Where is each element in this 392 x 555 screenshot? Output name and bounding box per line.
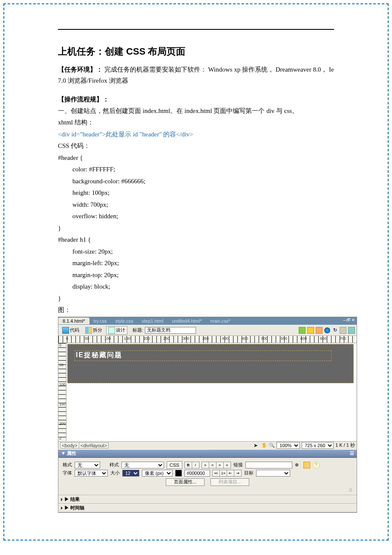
- xhtml-code: <div id="header">此处显示 id "header" 的容</di…: [58, 129, 334, 140]
- step1: 一、创建站点，然后创建页面 index.html。在 index.html 页面…: [58, 106, 334, 117]
- align-left-button[interactable]: ≡: [202, 462, 209, 468]
- list-item-button[interactable]: 列表项目...: [210, 478, 249, 486]
- zoom-select[interactable]: 100%: [277, 442, 300, 449]
- file-manage-icon[interactable]: [316, 327, 323, 334]
- vertical-ruler: 0 50 100 150 200 2: [58, 343, 66, 441]
- css-line-0: #header {: [58, 153, 334, 164]
- format-select[interactable]: 无: [75, 462, 100, 468]
- horizontal-ruler: 0 50 100 150 200 250 300 350 400 450 500…: [58, 336, 357, 343]
- design-canvas[interactable]: IE捉秘藏问题: [66, 343, 357, 441]
- preview-icon[interactable]: [324, 327, 330, 333]
- pointer-tool-icon[interactable]: ➤: [254, 442, 259, 448]
- doc-content: 上机任务：创建 CSS 布局页面 【任务环境】： 完成任务的机器需要安装如下软件…: [58, 29, 334, 513]
- css-button[interactable]: CSS: [167, 461, 182, 469]
- css-line-10: margin-left: 20px;: [58, 258, 334, 269]
- font-select[interactable]: 默认字体: [75, 470, 108, 477]
- validate-icon[interactable]: [299, 327, 306, 334]
- collapse-icon[interactable]: △: [63, 487, 352, 491]
- panel-menu-icon[interactable]: ☰: [350, 451, 354, 456]
- page-title: 上机任务：创建 CSS 布局页面: [58, 45, 334, 58]
- indent-button[interactable]: ⇥: [234, 470, 242, 477]
- align-justify-button[interactable]: ≡: [223, 462, 231, 468]
- chevron-right-icon: [61, 506, 63, 510]
- minimize-icon[interactable]: –: [343, 318, 346, 322]
- pagesize-text: 1 K / 1 秒: [335, 442, 355, 448]
- header-h1-preview[interactable]: IE捉秘藏问题: [75, 350, 331, 361]
- restore-icon[interactable]: 🗗: [346, 318, 351, 322]
- format-label: 格式: [63, 462, 72, 468]
- css-line-8: #header h1 {: [58, 234, 334, 246]
- css-line-13: }: [58, 293, 334, 304]
- ol-button[interactable]: 1≡: [219, 470, 227, 477]
- ul-button[interactable]: ▪≡: [212, 470, 220, 477]
- tab-4[interactable]: untitled4.html*: [168, 318, 206, 324]
- properties-panel-header[interactable]: ▼ 属性 ☰: [58, 449, 357, 458]
- css-line-4: width: 700px;: [58, 199, 334, 211]
- tag-body[interactable]: <body>: [60, 442, 79, 448]
- color-input[interactable]: [184, 470, 210, 477]
- tab-bar: 8.1.4.html* try.css style.css step1.html…: [58, 317, 357, 325]
- properties-panel-body: 格式 无 样式 无 CSS B I ≡ ≡ ≡ ≡: [58, 458, 357, 495]
- tab-1[interactable]: try.css: [89, 318, 111, 324]
- help-icon[interactable]: ?: [313, 462, 320, 468]
- split-icon: [85, 327, 92, 334]
- css-label: CSS 代码：: [58, 141, 334, 152]
- code-view-button[interactable]: 代码: [60, 326, 81, 335]
- status-right: ➤ ✋ 🔍 100% 725 x 260 1 K / 1 秒: [254, 442, 355, 449]
- window-controls: – 🗗 ✕: [343, 318, 355, 322]
- css-line-6: }: [58, 223, 334, 234]
- timeline-panel-header[interactable]: ▶ 时间轴: [58, 504, 357, 512]
- top-rule: [58, 29, 334, 30]
- chevron-right-icon: [61, 498, 63, 501]
- header-div-preview[interactable]: IE捉秘藏问题: [67, 344, 354, 383]
- bold-button[interactable]: B: [184, 462, 192, 468]
- tag-selector: <body><div#layout>: [60, 443, 108, 448]
- link-input[interactable]: [245, 462, 292, 468]
- browser-check-icon[interactable]: [307, 327, 314, 334]
- title-input[interactable]: [145, 327, 196, 334]
- css-line-11: margin-top: 20px;: [58, 270, 334, 281]
- outdent-button[interactable]: ⇤: [227, 470, 234, 477]
- results-panel-header[interactable]: ▶ 结果: [58, 495, 357, 504]
- zoom-tool-icon[interactable]: 🔍: [269, 442, 275, 448]
- browse-folder-icon[interactable]: [303, 462, 310, 468]
- css-line-2: background-color: #666666;: [58, 176, 334, 187]
- close-icon[interactable]: ✕: [352, 318, 355, 322]
- css-line-1: color: #FFFFFF;: [58, 164, 334, 175]
- size-select[interactable]: 12: [122, 470, 139, 477]
- align-right-button[interactable]: ≡: [216, 462, 224, 468]
- refresh-icon[interactable]: ↻: [332, 327, 338, 333]
- page-properties-button[interactable]: 页面属性...: [166, 478, 205, 486]
- design-icon: [108, 327, 115, 334]
- size-label: 大小: [110, 470, 120, 476]
- point-to-file-icon[interactable]: ⊕: [295, 462, 301, 468]
- align-center-button[interactable]: ≡: [209, 462, 216, 468]
- tab-2[interactable]: style.css: [111, 318, 138, 324]
- hand-tool-icon[interactable]: ✋: [261, 442, 267, 448]
- css-line-12: display: block;: [58, 281, 334, 292]
- target-label: 目标: [244, 470, 254, 476]
- canvas-row: 0 50 100 150 200 2 IE捉秘藏问题: [58, 343, 357, 441]
- title-label: 标题:: [133, 327, 143, 333]
- style-select[interactable]: 无: [121, 462, 164, 468]
- split-view-button[interactable]: 拆分: [83, 326, 104, 335]
- design-view-button[interactable]: 设计: [106, 326, 127, 335]
- font-label: 字体: [63, 470, 72, 476]
- unit-select[interactable]: 像素 (px): [142, 470, 173, 477]
- target-select[interactable]: [256, 470, 290, 477]
- visual-aids-icon[interactable]: [348, 327, 355, 334]
- tag-div-layout[interactable]: <div#layout>: [79, 442, 109, 448]
- status-bar: <body><div#layout> ➤ ✋ 🔍 100% 725 x 260 …: [58, 441, 357, 449]
- windowsize-select[interactable]: 725 x 260: [302, 442, 334, 449]
- tab-3[interactable]: step1.html: [138, 318, 168, 324]
- css-line-5: overflow: hidden;: [58, 211, 334, 222]
- flow-label: 【操作流程规】：: [58, 94, 334, 105]
- tab-5[interactable]: main.css*: [206, 318, 235, 324]
- env-label: 【任务环境】：: [58, 66, 103, 73]
- tab-active[interactable]: 8.1.4.html*: [58, 318, 89, 324]
- italic-button[interactable]: I: [192, 462, 199, 468]
- css-line-9: font-size: 20px;: [58, 246, 334, 257]
- color-swatch[interactable]: [175, 470, 182, 477]
- view-options-icon[interactable]: [340, 327, 346, 334]
- link-label: 链接: [233, 462, 243, 468]
